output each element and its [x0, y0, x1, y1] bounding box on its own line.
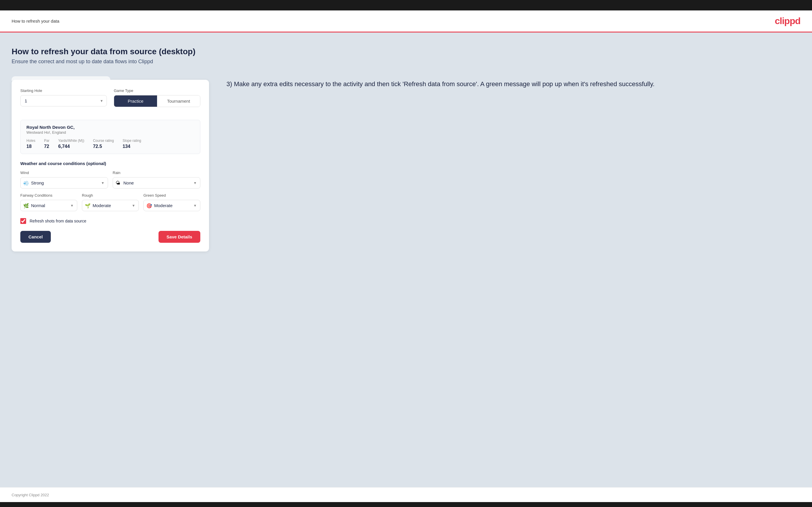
copyright-text: Copyright Clippd 2022 [12, 493, 49, 497]
rough-select-wrapper: 🌱 Moderate Light Heavy ▼ [82, 200, 139, 211]
course-stats: Holes 18 Par 72 Yards/White (M)) 6,744 [27, 138, 194, 149]
course-rating-value: 72.5 [93, 144, 114, 149]
cancel-button[interactable]: Cancel [20, 231, 51, 243]
rough-select[interactable]: Moderate Light Heavy [82, 200, 139, 211]
course-name: Royal North Devon GC, [27, 125, 194, 130]
holes-stat: Holes 18 [27, 138, 36, 149]
game-type-buttons: Practice Tournament [114, 95, 200, 107]
wind-select[interactable]: Strong None Light Moderate [20, 177, 108, 188]
fairway-field: Fairway Conditions 🌿 Normal Soft Hard ▼ [20, 193, 77, 211]
slope-rating-value: 134 [122, 144, 141, 149]
bottom-conditions-row: Fairway Conditions 🌿 Normal Soft Hard ▼ [20, 193, 200, 211]
course-rating-label: Course rating [93, 138, 114, 143]
starting-hole-select[interactable]: 1 10 [20, 95, 107, 106]
refresh-checkbox[interactable] [20, 218, 26, 224]
wind-select-wrapper: 💨 Strong None Light Moderate ▼ [20, 177, 108, 188]
page-subtitle: Ensure the correct and most up to date d… [12, 59, 800, 65]
par-value: 72 [44, 144, 50, 149]
yards-stat: Yards/White (M)) 6,744 [58, 138, 84, 149]
wind-field: Wind 💨 Strong None Light Moderate ▼ [20, 171, 108, 188]
holes-label: Holes [27, 138, 36, 143]
green-speed-field: Green Speed 🎯 Moderate Slow Fast ▼ [143, 193, 200, 211]
yards-label: Yards/White (M)) [58, 138, 84, 143]
instruction-panel: 3) Make any extra edits necessary to the… [226, 76, 800, 89]
fairway-select-wrapper: 🌿 Normal Soft Hard ▼ [20, 200, 77, 211]
fairway-label: Fairway Conditions [20, 193, 77, 198]
practice-button[interactable]: Practice [114, 96, 157, 107]
rough-field: Rough 🌱 Moderate Light Heavy ▼ [82, 193, 139, 211]
top-bar [0, 0, 812, 10]
course-rating-stat: Course rating 72.5 [93, 138, 114, 149]
rough-label: Rough [82, 193, 139, 198]
rain-field: Rain 🌤 None Light Heavy ▼ [113, 171, 200, 188]
course-info-box: Royal North Devon GC, Westward Ho!, Engl… [20, 120, 200, 154]
footer: Copyright Clippd 2022 [0, 487, 812, 502]
slope-rating-stat: Slope rating 134 [122, 138, 141, 149]
refresh-checkbox-row: Refresh shots from data source [20, 218, 200, 224]
form-actions: Cancel Save Details [20, 231, 200, 243]
green-speed-select-wrapper: 🎯 Moderate Slow Fast ▼ [143, 200, 200, 211]
green-speed-select[interactable]: Moderate Slow Fast [143, 200, 200, 211]
content-row: Starting Hole 1 10 ▼ Game Type Pract [12, 76, 800, 251]
yards-value: 6,744 [58, 144, 84, 149]
par-stat: Par 72 [44, 138, 50, 149]
starting-hole-section: Starting Hole 1 10 ▼ [20, 89, 107, 107]
tournament-button[interactable]: Tournament [157, 96, 200, 107]
header-title: How to refresh your data [12, 18, 59, 23]
top-conditions-row: Wind 💨 Strong None Light Moderate ▼ [20, 171, 200, 188]
form-card: Starting Hole 1 10 ▼ Game Type Pract [12, 76, 209, 251]
slope-rating-label: Slope rating [122, 138, 141, 143]
rain-label: Rain [113, 171, 200, 175]
instruction-text: 3) Make any extra edits necessary to the… [226, 79, 800, 89]
course-location: Westward Ho!, England [27, 130, 194, 134]
rain-select[interactable]: None Light Heavy [113, 177, 200, 188]
holes-value: 18 [27, 144, 36, 149]
page-title: How to refresh your data from source (de… [12, 47, 800, 56]
wind-label: Wind [20, 171, 108, 175]
save-button[interactable]: Save Details [158, 231, 200, 243]
green-speed-label: Green Speed [143, 193, 200, 198]
par-label: Par [44, 138, 50, 143]
main-content: How to refresh your data from source (de… [0, 33, 812, 487]
weather-heading: Weather and course conditions (optional) [20, 161, 200, 166]
header: How to refresh your data clippd [0, 10, 812, 33]
game-type-section: Game Type Practice Tournament [114, 89, 200, 107]
rain-select-wrapper: 🌤 None Light Heavy ▼ [113, 177, 200, 188]
fairway-select[interactable]: Normal Soft Hard [20, 200, 77, 211]
form-panel: Starting Hole 1 10 ▼ Game Type Pract [12, 80, 209, 251]
game-type-label: Game Type [114, 89, 200, 93]
logo: clippd [775, 16, 800, 26]
top-fields-row: Starting Hole 1 10 ▼ Game Type Pract [20, 89, 200, 114]
refresh-checkbox-label: Refresh shots from data source [30, 219, 86, 223]
starting-hole-label: Starting Hole [20, 89, 107, 93]
starting-hole-wrapper: 1 10 ▼ [20, 95, 107, 106]
